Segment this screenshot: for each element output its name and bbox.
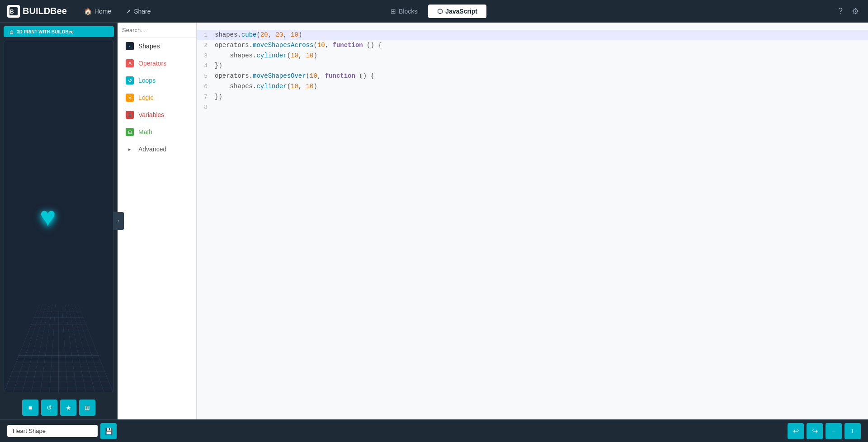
category-list: ▪ Shapes ✕ Operators ↺ Loops ✕ [118, 38, 196, 419]
viewport-3d: ♥ [4, 41, 114, 392]
minus-icon: − [831, 427, 835, 435]
stop-icon: ■ [28, 404, 32, 411]
code-line-4: 4 }) [197, 61, 868, 71]
navbar: B BUILDBee 🏠 Home ↗ Share ⊞ Blocks ⬡ Jav… [0, 0, 868, 23]
mode-switcher: ⊞ Blocks ⬡ JavaScript [382, 5, 486, 18]
collapse-panel-button[interactable]: ‹ [113, 212, 124, 230]
code-editor[interactable]: 1 shapes.cube(20, 20, 10) 2 operators.mo… [197, 23, 868, 419]
sidebar-item-label: Math [138, 128, 152, 136]
sidebar-item-operators[interactable]: ✕ Operators [118, 55, 196, 72]
banner-text: 3D PRINT WITH BUILDBee [17, 29, 74, 34]
share-icon: ↗ [126, 8, 131, 15]
puzzle-icon: ⊞ [85, 404, 90, 411]
share-button[interactable]: ↗ Share [119, 5, 157, 18]
javascript-label: JavaScript [445, 8, 477, 15]
zoom-in-button[interactable]: + [844, 423, 861, 439]
sidebar-item-label: Logic [138, 94, 153, 101]
sidebar-item-label: Shapes [138, 42, 160, 50]
sidebar-item-label: Advanced [138, 146, 166, 153]
navbar-right: ? ⚙ [836, 5, 861, 18]
stop-button[interactable]: ■ [22, 400, 38, 416]
loops-icon: ↺ [126, 76, 134, 85]
save-button[interactable]: 💾 [100, 423, 117, 439]
line-number: 2 [197, 41, 215, 51]
javascript-mode-button[interactable]: ⬡ JavaScript [428, 5, 486, 18]
home-button[interactable]: 🏠 Home [78, 5, 118, 18]
js-icon: ⬡ [437, 8, 443, 15]
sidebar-item-label: Variables [138, 111, 164, 118]
variables-icon: ≡ [126, 111, 134, 119]
block-sidebar: 🔍 ▪ Shapes ✕ Operators ↺ Loops [118, 23, 197, 419]
blocks-mode-button[interactable]: ⊞ Blocks [382, 5, 426, 18]
code-line-2: 2 operators.moveShapesAcross(10, functio… [197, 40, 868, 51]
sidebar-item-math[interactable]: ⊞ Math [118, 123, 196, 141]
left-panel: 🖨 3D PRINT WITH BUILDBee ♥ ■ ↺ ★ ⊞ ‹ [0, 23, 118, 419]
home-label: Home [94, 8, 111, 15]
line-number: 7 [197, 93, 215, 102]
code-line-3: 3 shapes.cylinder(10, 10) [197, 51, 868, 61]
settings-button[interactable]: ⚙ [850, 5, 861, 18]
code-content: }) [215, 92, 861, 102]
zoom-out-button[interactable]: − [826, 423, 842, 439]
main-area: 🖨 3D PRINT WITH BUILDBee ♥ ■ ↺ ★ ⊞ ‹ [0, 23, 868, 419]
code-line-6: 6 shapes.cylinder(10, 10) [197, 81, 868, 92]
code-content: shapes.cylinder(10, 10) [215, 81, 861, 91]
plus-icon: + [850, 427, 854, 435]
redo-icon: ↪ [812, 427, 818, 435]
code-line-5: 5 operators.moveShapesOver(10, function … [197, 71, 868, 81]
sidebar-item-variables[interactable]: ≡ Variables [118, 106, 196, 123]
bottom-right-controls: ↩ ↪ − + [788, 423, 861, 439]
sidebar-item-label: Loops [138, 77, 156, 84]
search-input[interactable] [122, 27, 197, 33]
bottom-bar: 💾 ↩ ↪ − + [0, 419, 868, 442]
sidebar-item-loops[interactable]: ↺ Loops [118, 72, 196, 89]
code-line-7: 7 }) [197, 92, 868, 102]
star-button[interactable]: ★ [60, 400, 76, 416]
advanced-icon: ▸ [126, 145, 134, 153]
help-button[interactable]: ? [836, 5, 844, 18]
share-label: Share [134, 8, 151, 15]
buildbee-banner: 🖨 3D PRINT WITH BUILDBee [4, 26, 114, 37]
code-content [215, 102, 861, 112]
project-name-input[interactable] [7, 425, 98, 437]
sidebar-item-label: Operators [138, 60, 166, 67]
refresh-button[interactable]: ↺ [41, 400, 57, 416]
line-number: 1 [197, 31, 215, 40]
banner-icon: 🖨 [9, 29, 14, 34]
sidebar-item-logic[interactable]: ✕ Logic [118, 89, 196, 106]
save-icon: 💾 [105, 428, 113, 435]
line-number: 3 [197, 52, 215, 61]
sidebar-item-shapes[interactable]: ▪ Shapes [118, 38, 196, 55]
star-icon: ★ [66, 404, 71, 411]
code-line-1: 1 shapes.cube(20, 20, 10) [197, 30, 868, 40]
svg-text:B: B [10, 9, 14, 15]
navbar-nav: 🏠 Home ↗ Share [78, 5, 157, 18]
line-number: 8 [197, 103, 215, 113]
help-icon: ? [838, 6, 843, 16]
app-logo: B BUILDBee [7, 5, 67, 18]
code-content: shapes.cylinder(10, 10) [215, 51, 861, 61]
code-content: operators.moveShapesOver(10, function ()… [215, 71, 861, 81]
heart-3d-object: ♥ [40, 201, 56, 232]
code-editor-area: 1 shapes.cube(20, 20, 10) 2 operators.mo… [197, 23, 868, 419]
line-number: 4 [197, 61, 215, 71]
search-bar: 🔍 [118, 23, 196, 38]
home-icon: 🏠 [84, 8, 92, 15]
code-content: }) [215, 61, 861, 71]
shapes-icon: ▪ [126, 42, 134, 50]
grid-canvas: ♥ [4, 41, 113, 392]
code-content: operators.moveShapesAcross(10, function … [215, 40, 861, 50]
settings-icon: ⚙ [852, 6, 859, 16]
redo-button[interactable]: ↪ [807, 423, 823, 439]
undo-button[interactable]: ↩ [788, 423, 804, 439]
math-icon: ⊞ [126, 128, 134, 136]
blocks-icon: ⊞ [391, 8, 396, 15]
puzzle-button[interactable]: ⊞ [79, 400, 95, 416]
sidebar-item-advanced[interactable]: ▸ Advanced [118, 141, 196, 158]
logo-icon: B [7, 5, 20, 18]
operators-icon: ✕ [126, 59, 134, 67]
line-number: 6 [197, 82, 215, 92]
refresh-icon: ↺ [47, 404, 52, 411]
code-line-8: 8 [197, 102, 868, 113]
line-number: 5 [197, 72, 215, 81]
